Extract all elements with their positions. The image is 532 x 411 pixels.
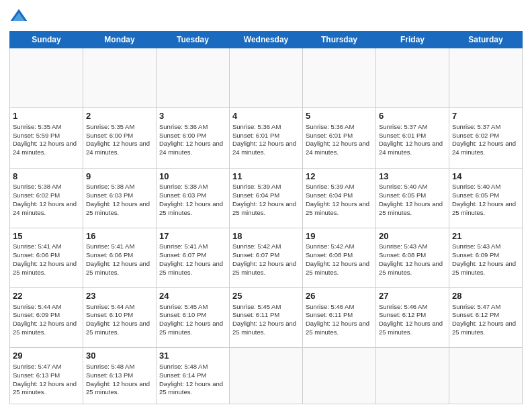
sunset-text: Sunset: 5:59 PM (13, 132, 60, 139)
sunset-text: Sunset: 6:10 PM (159, 311, 206, 318)
daylight-text: Daylight: 12 hours and 24 minutes. (159, 140, 223, 156)
sunrise-text: Sunrise: 5:35 AM (86, 123, 134, 130)
sunset-text: Sunset: 6:00 PM (86, 132, 133, 139)
cell-content: 20Sunrise: 5:43 AMSunset: 6:08 PMDayligh… (379, 230, 446, 277)
table-row (157, 48, 230, 108)
sunrise-text: Sunrise: 5:39 AM (232, 183, 281, 190)
sunrise-text: Sunrise: 5:41 AM (13, 242, 61, 250)
sunrise-text: Sunrise: 5:47 AM (13, 363, 61, 370)
daylight-text: Daylight: 12 hours and 24 minutes. (13, 140, 77, 156)
sunset-text: Sunset: 6:10 PM (86, 311, 133, 318)
day-number: 22 (13, 290, 80, 302)
sunrise-text: Sunrise: 5:36 AM (159, 123, 208, 130)
day-number: 20 (379, 230, 446, 242)
sunrise-text: Sunrise: 5:36 AM (306, 123, 354, 130)
daylight-text: Daylight: 12 hours and 25 minutes. (232, 320, 296, 336)
sunset-text: Sunset: 6:08 PM (379, 251, 426, 259)
day-number: 18 (232, 230, 300, 242)
sunset-text: Sunset: 6:06 PM (13, 251, 60, 259)
table-row: 10Sunrise: 5:38 AMSunset: 6:03 PMDayligh… (157, 168, 230, 228)
table-row: 9Sunrise: 5:38 AMSunset: 6:03 PMDaylight… (83, 168, 157, 228)
table-row: 22Sunrise: 5:44 AMSunset: 6:09 PMDayligh… (10, 288, 83, 348)
cell-content: 12Sunrise: 5:39 AMSunset: 6:04 PMDayligh… (306, 171, 373, 218)
cell-content: 26Sunrise: 5:46 AMSunset: 6:11 PMDayligh… (306, 290, 373, 337)
table-row (230, 348, 303, 404)
day-number: 3 (159, 110, 226, 122)
sunrise-text: Sunrise: 5:36 AM (232, 123, 281, 130)
sunset-text: Sunset: 6:00 PM (159, 132, 206, 139)
table-row (83, 48, 157, 108)
table-row: 13Sunrise: 5:40 AMSunset: 6:05 PMDayligh… (376, 168, 449, 228)
day-number: 1 (13, 110, 80, 122)
daylight-text: Daylight: 12 hours and 25 minutes. (86, 200, 150, 216)
sunset-text: Sunset: 6:01 PM (232, 132, 279, 139)
day-number: 19 (306, 230, 373, 242)
table-row (303, 348, 376, 404)
table-row: 28Sunrise: 5:47 AMSunset: 6:12 PMDayligh… (449, 288, 523, 348)
col-friday: Friday (376, 32, 449, 48)
cell-content: 19Sunrise: 5:42 AMSunset: 6:08 PMDayligh… (306, 230, 373, 277)
sunrise-text: Sunrise: 5:39 AM (306, 183, 354, 190)
daylight-text: Daylight: 12 hours and 25 minutes. (13, 380, 77, 396)
daylight-text: Daylight: 12 hours and 25 minutes. (159, 260, 223, 276)
sunrise-text: Sunrise: 5:38 AM (86, 183, 134, 190)
calendar-table: Sunday Monday Tuesday Wednesday Thursday… (9, 31, 523, 404)
cell-content: 27Sunrise: 5:46 AMSunset: 6:12 PMDayligh… (379, 290, 446, 337)
table-row: 11Sunrise: 5:39 AMSunset: 6:04 PMDayligh… (230, 168, 303, 228)
sunrise-text: Sunrise: 5:37 AM (452, 123, 500, 130)
table-row: 8Sunrise: 5:38 AMSunset: 6:02 PMDaylight… (10, 168, 83, 228)
sunrise-text: Sunrise: 5:46 AM (306, 303, 354, 310)
col-sunday: Sunday (10, 32, 83, 48)
daylight-text: Daylight: 12 hours and 25 minutes. (86, 380, 150, 396)
table-row: 27Sunrise: 5:46 AMSunset: 6:12 PMDayligh… (376, 288, 449, 348)
sunrise-text: Sunrise: 5:43 AM (379, 242, 427, 250)
daylight-text: Daylight: 12 hours and 25 minutes. (379, 200, 443, 216)
cell-content: 14Sunrise: 5:40 AMSunset: 6:05 PMDayligh… (452, 171, 519, 218)
day-number: 27 (379, 290, 446, 302)
day-number: 13 (379, 171, 446, 183)
daylight-text: Daylight: 12 hours and 24 minutes. (452, 140, 516, 156)
table-row: 2Sunrise: 5:35 AMSunset: 6:00 PMDaylight… (83, 108, 157, 168)
table-row: 30Sunrise: 5:48 AMSunset: 6:13 PMDayligh… (83, 348, 157, 404)
calendar-week-row (10, 48, 523, 108)
daylight-text: Daylight: 12 hours and 25 minutes. (452, 200, 516, 216)
daylight-text: Daylight: 12 hours and 25 minutes. (232, 200, 296, 216)
table-row: 3Sunrise: 5:36 AMSunset: 6:00 PMDaylight… (157, 108, 230, 168)
header (9, 7, 523, 26)
sunrise-text: Sunrise: 5:44 AM (13, 303, 61, 310)
day-number: 29 (13, 350, 80, 362)
sunrise-text: Sunrise: 5:42 AM (306, 242, 354, 250)
cell-content: 5Sunrise: 5:36 AMSunset: 6:01 PMDaylight… (306, 110, 373, 157)
day-number: 30 (86, 350, 153, 362)
table-row: 15Sunrise: 5:41 AMSunset: 6:06 PMDayligh… (10, 228, 83, 287)
table-row: 16Sunrise: 5:41 AMSunset: 6:06 PMDayligh… (83, 228, 157, 287)
sunset-text: Sunset: 6:07 PM (159, 251, 206, 259)
table-row: 6Sunrise: 5:37 AMSunset: 6:01 PMDaylight… (376, 108, 449, 168)
table-row: 18Sunrise: 5:42 AMSunset: 6:07 PMDayligh… (230, 228, 303, 287)
daylight-text: Daylight: 12 hours and 25 minutes. (452, 320, 516, 336)
table-row (376, 348, 449, 404)
daylight-text: Daylight: 12 hours and 25 minutes. (13, 320, 77, 336)
table-row: 17Sunrise: 5:41 AMSunset: 6:07 PMDayligh… (157, 228, 230, 287)
day-number: 2 (86, 110, 153, 122)
sunset-text: Sunset: 6:05 PM (379, 191, 426, 199)
day-number: 24 (159, 290, 226, 302)
sunrise-text: Sunrise: 5:48 AM (86, 363, 134, 370)
calendar-week-row: 15Sunrise: 5:41 AMSunset: 6:06 PMDayligh… (10, 228, 523, 287)
cell-content: 29Sunrise: 5:47 AMSunset: 6:13 PMDayligh… (13, 350, 80, 397)
day-number: 7 (452, 110, 519, 122)
sunset-text: Sunset: 6:05 PM (452, 191, 499, 199)
day-number: 4 (232, 110, 300, 122)
day-number: 25 (232, 290, 300, 302)
day-number: 10 (159, 171, 226, 183)
cell-content: 15Sunrise: 5:41 AMSunset: 6:06 PMDayligh… (13, 230, 80, 277)
day-number: 8 (13, 171, 80, 183)
daylight-text: Daylight: 12 hours and 25 minutes. (379, 260, 443, 276)
day-number: 11 (232, 171, 300, 183)
daylight-text: Daylight: 12 hours and 25 minutes. (306, 200, 369, 216)
logo (9, 7, 31, 26)
daylight-text: Daylight: 12 hours and 24 minutes. (86, 140, 150, 156)
table-row (10, 48, 83, 108)
day-number: 5 (306, 110, 373, 122)
sunset-text: Sunset: 6:09 PM (13, 311, 60, 318)
